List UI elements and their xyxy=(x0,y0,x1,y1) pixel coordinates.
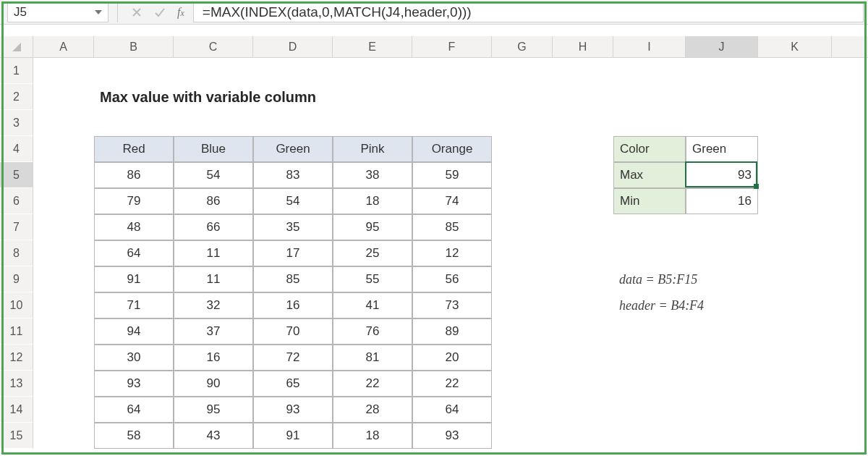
table-cell[interactable]: 65 xyxy=(253,371,333,397)
table-cell[interactable]: 35 xyxy=(253,214,333,240)
cell-K1[interactable] xyxy=(758,58,832,84)
table-cell[interactable]: 22 xyxy=(333,371,412,397)
side-min-label[interactable]: Min xyxy=(613,188,686,214)
col-head-C[interactable]: C xyxy=(174,36,253,57)
note-header[interactable]: header = B4:F4 xyxy=(613,292,686,318)
cell-E2[interactable] xyxy=(333,84,412,110)
row-head-4[interactable]: 4 xyxy=(0,136,33,162)
cell-H3[interactable] xyxy=(553,110,613,136)
cell-J1[interactable] xyxy=(686,58,758,84)
cell-I1[interactable] xyxy=(613,58,686,84)
cell-H4[interactable] xyxy=(553,136,613,162)
table-header[interactable]: Blue xyxy=(174,136,253,162)
table-cell[interactable]: 22 xyxy=(412,371,492,397)
cell-J11[interactable] xyxy=(686,318,758,345)
cell-K2[interactable] xyxy=(758,84,832,110)
table-cell[interactable]: 43 xyxy=(174,423,253,449)
table-cell[interactable]: 56 xyxy=(412,266,492,292)
side-color-value[interactable]: Green xyxy=(686,136,758,162)
row-head-3[interactable]: 3 xyxy=(0,110,33,136)
row-head-8[interactable]: 8 xyxy=(0,240,33,266)
cell-H15[interactable] xyxy=(553,423,613,449)
cell-F2[interactable] xyxy=(412,84,492,110)
cell-I8[interactable] xyxy=(613,240,686,266)
table-cell[interactable]: 17 xyxy=(253,240,333,266)
cell-K12[interactable] xyxy=(758,345,832,371)
cell-G6[interactable] xyxy=(492,188,553,214)
cell-K7[interactable] xyxy=(758,214,832,240)
table-cell[interactable]: 11 xyxy=(174,240,253,266)
cell-H13[interactable] xyxy=(553,371,613,397)
cell-H5[interactable] xyxy=(553,162,613,188)
cell-H14[interactable] xyxy=(553,397,613,423)
cell-A1[interactable] xyxy=(33,58,94,84)
side-max-value[interactable]: 93 xyxy=(686,162,758,188)
table-cell[interactable]: 86 xyxy=(94,162,174,188)
table-cell[interactable]: 41 xyxy=(333,292,412,318)
table-cell[interactable]: 32 xyxy=(174,292,253,318)
table-cell[interactable]: 86 xyxy=(174,188,253,214)
cell-I3[interactable] xyxy=(613,110,686,136)
cell-A13[interactable] xyxy=(33,371,94,397)
cell-C1[interactable] xyxy=(174,58,253,84)
cell-A14[interactable] xyxy=(33,397,94,423)
col-head-B[interactable]: B xyxy=(94,36,174,57)
table-header[interactable]: Pink xyxy=(333,136,412,162)
cell-J15[interactable] xyxy=(686,423,758,449)
table-cell[interactable]: 64 xyxy=(94,397,174,423)
table-cell[interactable]: 12 xyxy=(412,240,492,266)
cell-I7[interactable] xyxy=(613,214,686,240)
cell-J7[interactable] xyxy=(686,214,758,240)
cell-A10[interactable] xyxy=(33,292,94,318)
cell-A4[interactable] xyxy=(33,136,94,162)
cell-B3[interactable] xyxy=(94,110,174,136)
table-cell[interactable]: 48 xyxy=(94,214,174,240)
table-cell[interactable]: 72 xyxy=(253,345,333,371)
cell-A12[interactable] xyxy=(33,345,94,371)
select-all-corner[interactable] xyxy=(0,36,33,57)
row-head-1[interactable]: 1 xyxy=(0,58,33,84)
cell-K15[interactable] xyxy=(758,423,832,449)
table-cell[interactable]: 28 xyxy=(333,397,412,423)
cell-K4[interactable] xyxy=(758,136,832,162)
cell-G1[interactable] xyxy=(492,58,553,84)
row-head-6[interactable]: 6 xyxy=(0,188,33,214)
table-cell[interactable]: 93 xyxy=(253,397,333,423)
cell-G4[interactable] xyxy=(492,136,553,162)
cell-J14[interactable] xyxy=(686,397,758,423)
table-cell[interactable]: 73 xyxy=(412,292,492,318)
chevron-down-icon[interactable] xyxy=(95,10,102,14)
row-head-9[interactable]: 9 xyxy=(0,266,33,292)
cell-G5[interactable] xyxy=(492,162,553,188)
side-max-label[interactable]: Max xyxy=(613,162,686,188)
table-cell[interactable]: 54 xyxy=(253,188,333,214)
cell-I13[interactable] xyxy=(613,371,686,397)
table-cell[interactable]: 54 xyxy=(174,162,253,188)
table-cell[interactable]: 37 xyxy=(174,318,253,345)
row-head-12[interactable]: 12 xyxy=(0,345,33,371)
cell-H10[interactable] xyxy=(553,292,613,318)
row-head-11[interactable]: 11 xyxy=(0,318,33,345)
cell-A8[interactable] xyxy=(33,240,94,266)
table-cell[interactable]: 38 xyxy=(333,162,412,188)
row-head-5[interactable]: 5 xyxy=(0,162,33,188)
table-cell[interactable]: 59 xyxy=(412,162,492,188)
table-cell[interactable]: 18 xyxy=(333,423,412,449)
cell-G15[interactable] xyxy=(492,423,553,449)
cell-J8[interactable] xyxy=(686,240,758,266)
table-cell[interactable]: 95 xyxy=(333,214,412,240)
col-head-F[interactable]: F xyxy=(412,36,492,57)
table-cell[interactable]: 71 xyxy=(94,292,174,318)
table-cell[interactable]: 85 xyxy=(253,266,333,292)
table-cell[interactable]: 76 xyxy=(333,318,412,345)
col-head-D[interactable]: D xyxy=(253,36,333,57)
table-cell[interactable]: 30 xyxy=(94,345,174,371)
cell-J2[interactable] xyxy=(686,84,758,110)
cell-F3[interactable] xyxy=(412,110,492,136)
cell-H12[interactable] xyxy=(553,345,613,371)
cell-K9[interactable] xyxy=(758,266,832,292)
cancel-icon[interactable] xyxy=(131,7,142,18)
cell-H11[interactable] xyxy=(553,318,613,345)
table-cell[interactable]: 66 xyxy=(174,214,253,240)
table-cell[interactable]: 85 xyxy=(412,214,492,240)
